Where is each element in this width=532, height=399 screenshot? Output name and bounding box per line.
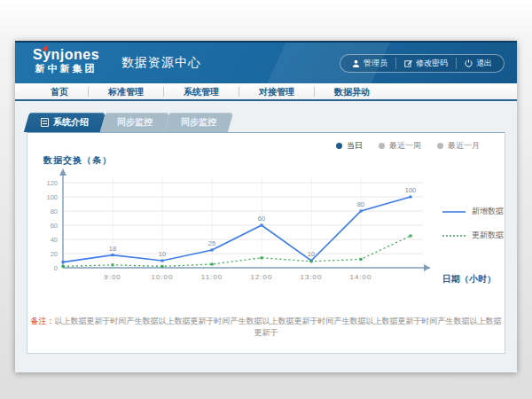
header: Synjones 新中新集团 数据资源中心 管理员 修改密码: [15, 43, 517, 83]
svg-text:25: 25: [208, 239, 215, 247]
user-button[interactable]: 管理员: [344, 58, 395, 69]
nav-item-4[interactable]: 数据异动: [314, 87, 389, 97]
radio-dot-icon: [336, 143, 342, 149]
svg-text:60: 60: [258, 215, 265, 223]
radio-label: 当日: [347, 140, 363, 152]
edit-icon: [404, 59, 412, 67]
radio-option-1[interactable]: 最近一周: [379, 140, 421, 152]
tab-1[interactable]: 同步监控: [103, 113, 167, 132]
svg-text:80: 80: [357, 200, 364, 208]
user-toolbar: 管理员 修改密码 退出: [340, 54, 505, 73]
user-icon: [352, 59, 360, 67]
svg-text:13:00: 13:00: [300, 273, 322, 281]
page-title: 数据资源中心: [111, 55, 201, 71]
svg-text:100: 100: [405, 186, 417, 194]
svg-text:120: 120: [46, 179, 58, 187]
svg-text:20: 20: [51, 250, 58, 258]
radio-dot-icon: [379, 143, 385, 149]
radio-dot-icon: [437, 143, 443, 149]
svg-text:40: 40: [51, 236, 58, 244]
svg-text:10: 10: [159, 250, 166, 258]
tab-bar: 系统介绍同步监控同步监控: [27, 113, 231, 132]
x-axis-title: 日期（小时）: [442, 273, 496, 286]
svg-text:0: 0: [54, 264, 58, 272]
nav-item-1[interactable]: 标准管理: [88, 87, 163, 97]
svg-text:9:00: 9:00: [104, 273, 121, 281]
main-nav: 首页标准管理系统管理对接管理数据异动: [15, 83, 517, 101]
logout-button[interactable]: 退出: [456, 58, 500, 69]
app-window: Synjones 新中新集团 数据资源中心 管理员 修改密码: [15, 41, 517, 372]
legend-swatch-icon: [442, 232, 466, 239]
svg-text:14:00: 14:00: [349, 273, 372, 281]
footnote-text: 以上数据更新于时间产生数据以上数据更新于时间产生数据以上数据更新于时间产生数据以…: [55, 317, 502, 337]
nav-item-0[interactable]: 首页: [31, 87, 88, 97]
nav-item-2[interactable]: 系统管理: [163, 87, 239, 97]
chart-panel: 当日最近一周最近一月 数据交换（条） 0204060801001209:0010…: [27, 132, 505, 354]
svg-text:100: 100: [46, 193, 58, 201]
document-icon: [41, 118, 49, 127]
svg-text:60: 60: [51, 222, 58, 230]
logo-text: Synjones: [33, 47, 99, 63]
nav-item-3[interactable]: 对接管理: [239, 87, 314, 97]
content-area: 系统介绍同步监控同步监控 当日最近一周最近一月 数据交换（条） 02040608…: [15, 101, 517, 374]
svg-text:12:00: 12:00: [250, 273, 272, 281]
svg-text:10: 10: [308, 250, 315, 258]
footnote: 备注：以上数据更新于时间产生数据以上数据更新于时间产生数据以上数据更新于时间产生…: [27, 316, 505, 339]
tab-label: 同步监控: [181, 116, 216, 129]
range-filter: 当日最近一周最近一月: [336, 140, 480, 152]
power-icon: [465, 59, 473, 67]
footnote-prefix: 备注：: [31, 317, 55, 325]
radio-label: 最近一周: [389, 140, 421, 152]
legend-item-1[interactable]: 更新数据: [442, 230, 504, 241]
tab-2[interactable]: 同步监控: [167, 113, 231, 132]
radio-option-0[interactable]: 当日: [336, 140, 363, 152]
change-password-button[interactable]: 修改密码: [395, 58, 456, 69]
legend-item-0[interactable]: 新增数据: [442, 206, 504, 217]
line-chart: 0204060801001209:0010:0011:0012:0013:001…: [33, 168, 497, 293]
chart-legend: 新增数据更新数据: [442, 206, 504, 241]
svg-text:11:00: 11:00: [201, 273, 223, 281]
svg-text:10:00: 10:00: [151, 273, 173, 281]
radio-option-2[interactable]: 最近一月: [437, 140, 480, 152]
svg-text:80: 80: [51, 207, 58, 215]
legend-label: 新增数据: [472, 206, 504, 217]
legend-swatch-icon: [442, 208, 466, 215]
svg-text:18: 18: [109, 245, 116, 253]
y-axis-title: 数据交换（条）: [43, 154, 112, 167]
logo: Synjones 新中新集团: [33, 47, 99, 74]
legend-label: 更新数据: [472, 230, 504, 241]
tab-0[interactable]: 系统介绍: [27, 113, 103, 132]
logo-subtext: 新中新集团: [33, 63, 99, 74]
tab-label: 系统介绍: [53, 116, 89, 129]
tab-label: 同步监控: [117, 116, 153, 129]
radio-label: 最近一月: [448, 140, 480, 152]
